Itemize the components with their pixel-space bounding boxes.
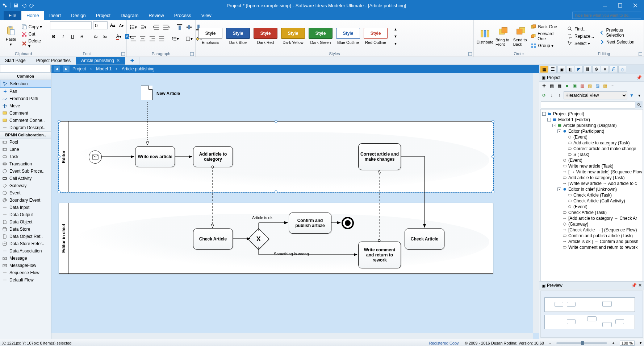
tab-view[interactable]: View: [196, 11, 217, 20]
italic-icon[interactable]: I: [59, 33, 67, 40]
redo-icon[interactable]: [29, 3, 34, 8]
borders-icon[interactable]: ▾: [185, 35, 193, 42]
tab-diagram[interactable]: Diagram: [116, 11, 143, 20]
tree-node[interactable]: -Model 1 (Folder): [542, 117, 642, 123]
toolbox-item[interactable]: Data Object Ref..: [0, 233, 51, 240]
numbering-icon[interactable]: ▾: [139, 24, 146, 31]
breadcrumb-item[interactable]: Project: [72, 66, 86, 71]
toolbox-item[interactable]: Selection: [0, 80, 51, 88]
back-one-button[interactable]: Back One: [531, 24, 561, 30]
bpmn-task-confirm[interactable]: Confirm and publish article: [289, 213, 331, 234]
tree-node[interactable]: Check Article (Task): [542, 192, 642, 198]
find-button[interactable]: Find...: [567, 26, 594, 32]
tab-home[interactable]: Home: [21, 11, 44, 20]
font-name-input[interactable]: [50, 21, 92, 29]
strike-icon[interactable]: S: [78, 33, 85, 40]
underline-icon[interactable]: U: [69, 33, 76, 40]
doc-tab-project-props[interactable]: Project Properties: [31, 57, 76, 65]
tb-icon[interactable]: ⋯: [609, 83, 616, 89]
tb-icon[interactable]: ▥: [579, 83, 585, 89]
tb-icon[interactable]: ▩: [602, 83, 608, 89]
outdent-icon[interactable]: [153, 24, 160, 31]
delete-button[interactable]: Delete ▾: [21, 38, 44, 49]
tree-node[interactable]: -Project (Project): [542, 111, 642, 117]
zoom-slider[interactable]: [556, 342, 607, 344]
bpmn-end-event[interactable]: [342, 217, 354, 229]
tb-icon[interactable]: ▨: [594, 83, 601, 89]
style-scroll-down-icon[interactable]: ▾: [392, 33, 399, 40]
panel-tab-icon[interactable]: ▣: [557, 66, 565, 73]
toolbox-search[interactable]: [0, 65, 51, 72]
panel-tab-icon[interactable]: F: [610, 66, 618, 73]
bpmn-pool-chief[interactable]: Editor in chief Check Article X Confirm …: [59, 203, 493, 274]
style-more-icon[interactable]: ▾: [392, 40, 399, 47]
tb-refresh-icon[interactable]: ⟳: [541, 92, 547, 99]
doc-tab-add[interactable]: ✚: [125, 57, 139, 65]
project-tree[interactable]: -Project (Project)-Model 1 (Folder)-Arti…: [540, 109, 643, 281]
horizontal-scrollbar[interactable]: [51, 333, 533, 339]
tree-node[interactable]: (Event): [542, 134, 642, 140]
doc-tab-article[interactable]: Article publishing✕: [76, 57, 125, 65]
prev-selection-button[interactable]: Previous Selection: [599, 28, 641, 38]
group-button[interactable]: Group ▾: [531, 43, 561, 49]
panel-tab-icon[interactable]: ⚙: [592, 66, 600, 73]
tab-file[interactable]: File: [4, 11, 21, 20]
font-launcher-icon[interactable]: [121, 52, 125, 56]
bring-front-button[interactable]: Bring to Front: [495, 26, 511, 46]
tree-expand-icon[interactable]: -: [547, 118, 551, 121]
align-center-icon[interactable]: [139, 35, 146, 42]
select-button[interactable]: Select ▾: [567, 41, 594, 46]
style-dark-blue[interactable]: StyleDark Blue: [226, 28, 250, 45]
toolbox-item[interactable]: Lane: [0, 146, 51, 153]
subscript-icon[interactable]: x2: [92, 33, 99, 40]
minimize-button[interactable]: [598, 1, 611, 9]
distribute-button[interactable]: Distribute: [477, 28, 493, 44]
tree-filter-input[interactable]: [541, 101, 635, 108]
toolbox-item[interactable]: Sequence Flow: [0, 269, 51, 276]
toolbox-item[interactable]: Data Object: [0, 218, 51, 226]
close-tab-icon[interactable]: ✕: [116, 58, 120, 63]
panel-tab-icon[interactable]: ◧: [566, 66, 574, 73]
panel-tab-icon[interactable]: ◤: [575, 66, 583, 73]
tree-node[interactable]: -Editor (Participant): [542, 128, 642, 134]
tree-node[interactable]: Confirm and publish article (Task): [542, 233, 642, 239]
status-registered[interactable]: Registered Copy.: [429, 341, 460, 345]
toolbox-item[interactable]: Data Store Refer..: [0, 240, 51, 247]
style-dark-yellow[interactable]: StyleDark Yellow: [281, 28, 305, 45]
panel-tab-icon[interactable]: Ⅲ: [584, 66, 591, 73]
panel-tab-icon[interactable]: ▦: [540, 66, 548, 73]
bpmn-task-comment[interactable]: Write comment and return to rework: [358, 242, 401, 268]
style-dark-red[interactable]: StyleDark Red: [254, 28, 277, 45]
toolbox-item[interactable]: Event Sub Proce..: [0, 168, 51, 175]
paste-button[interactable]: Paste ▾: [3, 25, 19, 47]
maximize-button[interactable]: [614, 1, 627, 9]
replace-button[interactable]: Replace...: [567, 33, 594, 39]
tb-icon[interactable]: ↓: [548, 92, 555, 99]
canvas[interactable]: New Article Editor Write new article Add…: [51, 73, 539, 339]
grow-font-icon[interactable]: A▴: [109, 22, 116, 29]
toolbox-item[interactable]: Data Input: [0, 204, 51, 211]
tab-insert[interactable]: Insert: [44, 11, 66, 20]
tree-node[interactable]: Article is ok [ → Confirm and publish: [542, 239, 642, 244]
tb-icon[interactable]: ▧: [586, 83, 593, 89]
tree-expand-icon[interactable]: -: [557, 188, 561, 191]
line-spacing-icon[interactable]: ▾: [172, 35, 179, 42]
toolbox-item[interactable]: Move: [0, 102, 51, 110]
tb-icon[interactable]: ▣: [571, 83, 578, 89]
toolbox-item[interactable]: Data Association: [0, 247, 51, 255]
breadcrumb-fwd-icon[interactable]: ►: [63, 66, 70, 72]
bullets-icon[interactable]: ▾: [130, 24, 137, 31]
align-left-icon[interactable]: [130, 35, 137, 42]
bpmn-start-event[interactable]: [89, 151, 102, 164]
tree-node[interactable]: [Write new article → Add article to c: [542, 181, 642, 186]
tree-node[interactable]: Write comment and return to rework: [542, 244, 642, 250]
tb-icon[interactable]: ▤: [548, 83, 555, 89]
close-icon[interactable]: ✕: [638, 283, 642, 288]
forward-one-button[interactable]: Forward One: [531, 31, 561, 41]
bold-icon[interactable]: B: [50, 33, 57, 40]
bpmn-pool-editor[interactable]: Editor Write new article Add article to …: [59, 121, 493, 192]
tree-node[interactable]: (Gateway): [542, 221, 642, 227]
tb-icon[interactable]: ↑: [556, 92, 563, 99]
bpmn-task-check[interactable]: Check Article: [193, 228, 233, 250]
tree-node[interactable]: [Add article to category → Check Ar: [542, 215, 642, 221]
